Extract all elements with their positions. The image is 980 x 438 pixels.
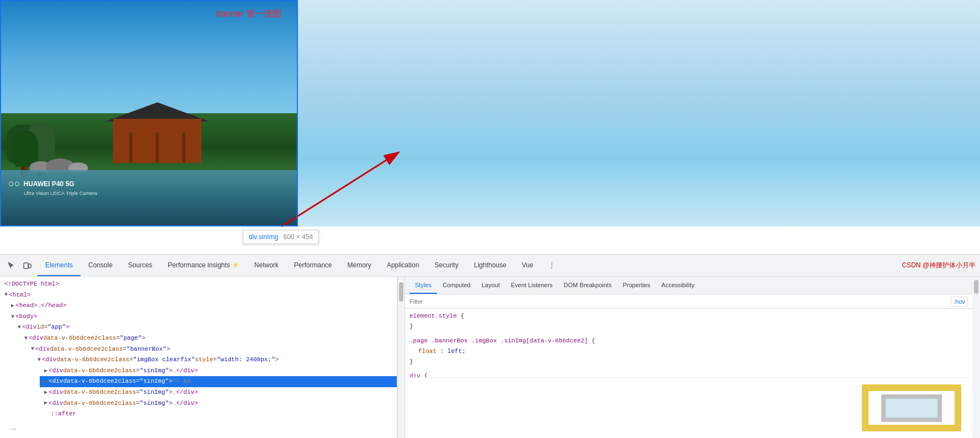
camera-badge: ○○ HUAWEI P40 5G Ultra Vision LEICA Trip… bbox=[8, 178, 97, 196]
tree-div-page[interactable]: ▼ <div data-v-6b6dcee2 class="page" > bbox=[20, 333, 397, 344]
right-scrollbar-thumb[interactable] bbox=[974, 280, 978, 294]
tree-sinimg-2-selected[interactable]: ▶ <div data-v-6b6dcee2 class="sinImg" > … bbox=[40, 376, 397, 387]
css-close-1: } bbox=[409, 321, 968, 332]
collapse-sinimg-4[interactable]: ▶ bbox=[44, 399, 47, 408]
left-panel-scrollbar[interactable] bbox=[397, 277, 405, 438]
styles-filter-bar: :hov bbox=[405, 294, 972, 309]
tab-sources[interactable]: Sources bbox=[120, 255, 160, 276]
style-tab-computed[interactable]: Computed bbox=[437, 277, 476, 294]
building-body bbox=[113, 119, 201, 163]
more-tabs-btn[interactable]: ⋮ bbox=[545, 258, 559, 273]
camera-model-text: Ultra Vision LEICA Triple Camera bbox=[24, 191, 97, 196]
tree-html[interactable]: ▼ <html> bbox=[0, 290, 397, 301]
building bbox=[113, 102, 201, 163]
collapse-sinimg-2[interactable]: ▶ bbox=[44, 377, 47, 386]
devtools-content: <!DOCTYPE html> ▼ <html> ▶ <head> … </he… bbox=[0, 277, 980, 438]
html-tree[interactable]: <!DOCTYPE html> ▼ <html> ▶ <head> … </he… bbox=[0, 277, 397, 438]
hov-button[interactable]: :hov bbox=[951, 297, 968, 307]
column-1 bbox=[129, 133, 132, 163]
collapse-html[interactable]: ▼ bbox=[4, 291, 8, 299]
collapse-sinimg-3[interactable]: ▶ bbox=[44, 388, 47, 397]
collapse-head[interactable]: ▶ bbox=[11, 302, 14, 310]
css-selector-element: element.style { bbox=[409, 311, 968, 321]
style-tab-event-listeners[interactable]: Event Listeners bbox=[505, 277, 558, 294]
ellipsis-indicator: … bbox=[0, 420, 397, 436]
column-2 bbox=[156, 133, 159, 163]
style-tab-dom-breakpoints[interactable]: DOM Breakpoints bbox=[558, 277, 617, 294]
css-selector-div: div { bbox=[409, 371, 968, 377]
devtools-panel: Elements Console Sources Performance ins… bbox=[0, 254, 980, 438]
tree-div-imgbox[interactable]: ▼ <div data-v-6b6dcee2 class="imgBox cle… bbox=[33, 355, 397, 366]
tree-body[interactable]: ▼ <body> bbox=[7, 312, 397, 323]
tree-doctype: <!DOCTYPE html> bbox=[0, 279, 397, 290]
styles-filter-input[interactable] bbox=[409, 298, 951, 305]
tree-after-pseudo: ::after bbox=[40, 409, 397, 420]
tab-security[interactable]: Security bbox=[427, 255, 466, 276]
styles-panel: Styles Computed Layout Event Listeners D… bbox=[405, 277, 972, 438]
css-rule-element-style: element.style { } bbox=[409, 311, 968, 331]
camera-icon-1: ○○ bbox=[8, 178, 20, 189]
tab-network[interactable]: Network bbox=[247, 255, 286, 276]
css-prop-float: float : left; bbox=[409, 346, 968, 357]
tree-sinimg-1[interactable]: ▶ <div data-v-6b6dcee2 class="sinImg" > … bbox=[40, 366, 397, 377]
banner-label: banner 第一张图 bbox=[216, 8, 281, 20]
tab-performance[interactable]: Performance bbox=[286, 255, 340, 276]
camera-brand: ○○ HUAWEI P40 5G bbox=[8, 178, 97, 189]
css-rule-bannerbox: .page .bannerBox .imgBox .sinImg[data-v-… bbox=[409, 336, 968, 367]
perf-insights-icon: ⚡ bbox=[232, 262, 239, 268]
box-model-area bbox=[405, 377, 972, 438]
tab-elements[interactable]: Elements bbox=[38, 255, 81, 276]
tab-vue[interactable]: Vue bbox=[514, 255, 541, 276]
tab-performance-insights[interactable]: Performance insights ⚡ bbox=[160, 255, 247, 276]
tab-memory[interactable]: Memory bbox=[340, 255, 379, 276]
css-rule-div: div { display : block; } bbox=[409, 371, 968, 377]
tree-head[interactable]: ▶ <head> … </head> bbox=[7, 300, 397, 312]
device-toolbar-btn[interactable] bbox=[20, 258, 34, 273]
padding-box bbox=[881, 394, 942, 422]
collapse-page[interactable]: ▼ bbox=[24, 334, 28, 343]
collapse-body[interactable]: ▼ bbox=[11, 313, 14, 321]
style-tab-layout[interactable]: Layout bbox=[476, 277, 505, 294]
html-tree-panel: <!DOCTYPE html> ▼ <html> ▶ <head> … </he… bbox=[0, 277, 397, 438]
styles-sub-tabs: Styles Computed Layout Event Listeners D… bbox=[405, 277, 972, 294]
column-3 bbox=[182, 133, 185, 163]
style-tab-styles[interactable]: Styles bbox=[409, 277, 437, 294]
banner-image: ○○ HUAWEI P40 5G Ultra Vision LEICA Trip… bbox=[0, 0, 298, 226]
inspect-element-btn[interactable] bbox=[4, 258, 19, 273]
building-details bbox=[113, 119, 201, 163]
right-panel-scrollbar[interactable] bbox=[972, 277, 980, 438]
red-arrow bbox=[254, 149, 419, 238]
margin-box bbox=[862, 384, 961, 431]
devtools-main-tabs: Elements Console Sources Performance ins… bbox=[38, 255, 541, 276]
css-close-2: } bbox=[409, 357, 968, 367]
svg-rect-3 bbox=[29, 264, 31, 268]
csdn-watermark: CSDN @神腰护体小月半 bbox=[902, 261, 976, 270]
collapse-imgbox[interactable]: ▼ bbox=[38, 356, 41, 365]
camera-brand-text: HUAWEI P40 5G bbox=[24, 180, 74, 188]
tab-lighthouse[interactable]: Lighthouse bbox=[466, 255, 514, 276]
tab-application[interactable]: Application bbox=[379, 255, 427, 276]
tree-sinimg-4[interactable]: ▶ <div data-v-6b6dcee2 class="sinImg" > … bbox=[40, 398, 397, 409]
style-tab-accessibility[interactable]: Accessibility bbox=[656, 277, 700, 294]
svg-line-1 bbox=[281, 160, 386, 226]
collapse-bannerbox[interactable]: ▼ bbox=[31, 345, 34, 353]
left-preview: ○○ HUAWEI P40 5G Ultra Vision LEICA Trip… bbox=[0, 0, 298, 254]
css-selector-bannerbox: .page .bannerBox .imgBox .sinImg[data-v-… bbox=[409, 336, 968, 346]
svg-rect-2 bbox=[24, 263, 28, 268]
collapse-app[interactable]: ▼ bbox=[18, 323, 21, 332]
devtools-toolbar: Elements Console Sources Performance ins… bbox=[0, 255, 980, 277]
tree-div-bannerbox[interactable]: ▼ <div data-v-6b6dcee2 class="bannerBox"… bbox=[26, 344, 397, 355]
tab-console[interactable]: Console bbox=[81, 255, 120, 276]
style-tab-properties[interactable]: Properties bbox=[617, 277, 656, 294]
browser-viewport: ○○ HUAWEI P40 5G Ultra Vision LEICA Trip… bbox=[0, 0, 980, 254]
collapse-sinimg-1[interactable]: ▶ bbox=[44, 367, 47, 376]
styles-content: element.style { } .page .bannerBox .imgB… bbox=[405, 309, 972, 377]
tree-sinimg-3[interactable]: ▶ <div data-v-6b6dcee2 class="sinImg" > … bbox=[40, 387, 397, 398]
left-scrollbar-thumb[interactable] bbox=[399, 282, 403, 302]
tree-div-app[interactable]: ▼ <div id="app" > bbox=[13, 322, 397, 333]
